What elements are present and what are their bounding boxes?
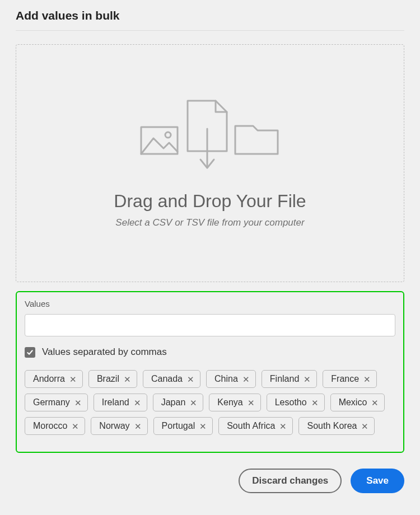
tag-label: China bbox=[214, 374, 238, 384]
values-section-highlighted: Values Values separated by commas Andorr… bbox=[16, 291, 404, 453]
value-tag[interactable]: Finland✕ bbox=[262, 370, 317, 388]
tags-container: Andorra✕Brazil✕Canada✕China✕Finland✕Fran… bbox=[25, 370, 395, 441]
tag-label: Andorra bbox=[33, 374, 65, 384]
tag-label: Ireland bbox=[102, 397, 129, 408]
value-tag[interactable]: Morocco✕ bbox=[25, 417, 85, 435]
checkmark-icon bbox=[26, 349, 34, 356]
tag-label: France bbox=[331, 374, 359, 384]
save-button[interactable]: Save bbox=[351, 469, 404, 493]
tag-label: Norway bbox=[99, 421, 129, 431]
value-tag[interactable]: China✕ bbox=[206, 370, 256, 388]
close-icon[interactable]: ✕ bbox=[69, 375, 77, 383]
svg-point-1 bbox=[165, 132, 171, 138]
close-icon[interactable]: ✕ bbox=[242, 375, 250, 383]
tag-label: Germany bbox=[33, 397, 70, 408]
close-icon[interactable]: ✕ bbox=[124, 375, 131, 383]
close-icon[interactable]: ✕ bbox=[363, 375, 371, 383]
tag-label: South Korea bbox=[307, 421, 357, 431]
close-icon[interactable]: ✕ bbox=[371, 399, 379, 407]
close-icon[interactable]: ✕ bbox=[187, 375, 194, 383]
tag-label: Canada bbox=[151, 374, 183, 384]
comma-separated-checkbox-row[interactable]: Values separated by commas bbox=[25, 347, 395, 358]
value-tag[interactable]: Portugal✕ bbox=[153, 417, 213, 435]
close-icon[interactable]: ✕ bbox=[311, 399, 319, 407]
comma-separated-checkbox[interactable] bbox=[25, 347, 35, 358]
close-icon[interactable]: ✕ bbox=[304, 375, 311, 383]
dropzone-heading: Drag and Drop Your File bbox=[114, 191, 306, 212]
dropzone-icons bbox=[140, 98, 280, 171]
value-tag[interactable]: Japan✕ bbox=[153, 394, 204, 411]
page-title: Add values in bulk bbox=[16, 9, 404, 31]
value-tag[interactable]: South Korea✕ bbox=[298, 417, 375, 435]
discard-button[interactable]: Discard changes bbox=[239, 469, 342, 493]
value-tag[interactable]: Lesotho✕ bbox=[267, 394, 325, 411]
tag-label: Morocco bbox=[33, 421, 67, 431]
footer-actions: Discard changes Save bbox=[16, 469, 404, 493]
value-tag[interactable]: Norway✕ bbox=[91, 417, 147, 435]
values-input[interactable] bbox=[25, 314, 395, 336]
dropzone-subtitle: Select a CSV or TSV file from your compu… bbox=[115, 217, 304, 228]
tag-label: Lesotho bbox=[275, 397, 307, 408]
tag-label: South Africa bbox=[227, 421, 275, 431]
value-tag[interactable]: Germany✕ bbox=[25, 394, 88, 411]
close-icon[interactable]: ✕ bbox=[74, 399, 82, 407]
value-tag[interactable]: Kenya✕ bbox=[209, 394, 260, 411]
value-tag[interactable]: Brazil✕ bbox=[88, 370, 137, 388]
close-icon[interactable]: ✕ bbox=[134, 422, 142, 430]
values-label: Values bbox=[25, 299, 395, 308]
close-icon[interactable]: ✕ bbox=[190, 399, 197, 407]
value-tag[interactable]: Ireland✕ bbox=[94, 394, 147, 411]
file-dropzone[interactable]: Drag and Drop Your File Select a CSV or … bbox=[16, 44, 404, 282]
tag-label: Finland bbox=[270, 374, 299, 384]
tag-label: Japan bbox=[161, 397, 186, 408]
tag-label: Brazil bbox=[97, 374, 119, 384]
close-icon[interactable]: ✕ bbox=[134, 399, 141, 407]
tag-label: Portugal bbox=[162, 421, 195, 431]
tag-label: Kenya bbox=[217, 397, 242, 408]
tag-label: Mexico bbox=[339, 397, 367, 408]
close-icon[interactable]: ✕ bbox=[72, 422, 79, 430]
value-tag[interactable]: Mexico✕ bbox=[330, 394, 385, 411]
close-icon[interactable]: ✕ bbox=[279, 422, 287, 430]
svg-rect-0 bbox=[141, 127, 178, 154]
value-tag[interactable]: South Africa✕ bbox=[218, 417, 293, 435]
close-icon[interactable]: ✕ bbox=[248, 399, 255, 407]
value-tag[interactable]: France✕ bbox=[323, 370, 377, 388]
checkbox-label: Values separated by commas bbox=[42, 347, 167, 358]
close-icon[interactable]: ✕ bbox=[199, 422, 207, 430]
value-tag[interactable]: Canada✕ bbox=[143, 370, 200, 388]
close-icon[interactable]: ✕ bbox=[361, 422, 368, 430]
value-tag[interactable]: Andorra✕ bbox=[25, 370, 83, 388]
